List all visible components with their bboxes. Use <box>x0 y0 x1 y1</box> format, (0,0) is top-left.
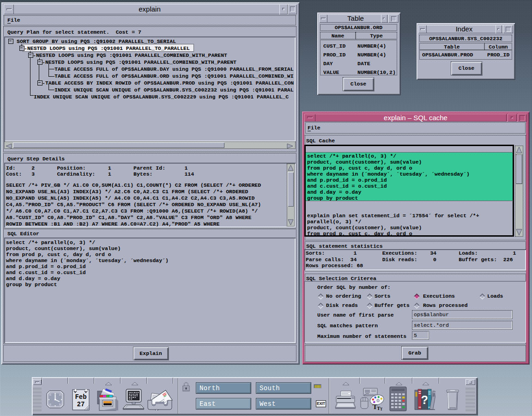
svg-text:?: ? <box>421 393 429 407</box>
svg-text:Feb: Feb <box>75 393 86 401</box>
svg-text:27: 27 <box>77 401 85 408</box>
svg-text:T: T <box>380 407 383 410</box>
